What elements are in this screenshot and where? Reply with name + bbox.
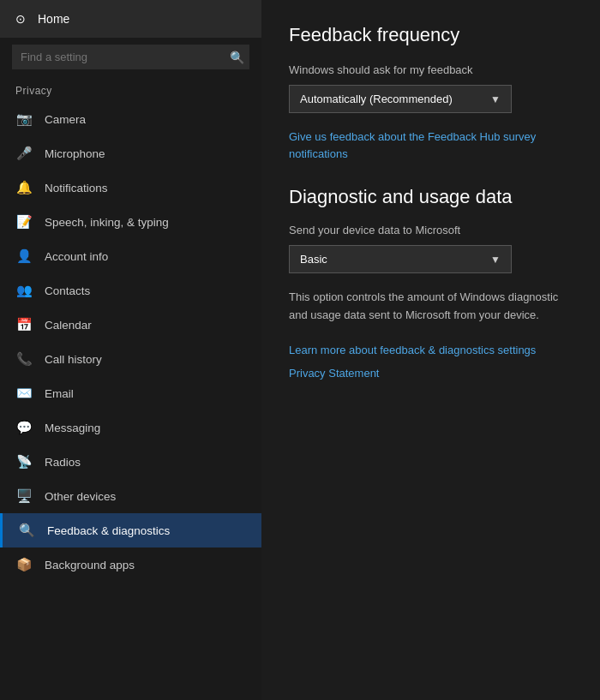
sidebar-item-contacts[interactable]: 👥 Contacts (0, 273, 261, 308)
sidebar-item-label: Messaging (45, 422, 100, 434)
home-label: Home (38, 12, 69, 26)
call-history-icon: 📞 (15, 351, 33, 367)
feedback-frequency-title: Feedback frequency (289, 24, 573, 46)
sidebar-item-label: Microphone (45, 147, 105, 160)
sidebar-item-other-devices[interactable]: 🖥️ Other devices (0, 479, 261, 513)
radios-icon: 📡 (15, 454, 33, 470)
chevron-down-icon: ▼ (490, 254, 501, 266)
sidebar-item-label: Feedback & diagnostics (47, 524, 170, 537)
send-data-label: Send your device data to Microsoft (289, 224, 573, 236)
camera-icon: 📷 (15, 111, 33, 127)
sidebar-item-label: Other devices (45, 490, 116, 503)
search-container: 🔍 (0, 38, 261, 76)
feedback-frequency-dropdown[interactable]: Automatically (Recommended) ▼ (289, 85, 512, 113)
sidebar-item-account-info[interactable]: 👤 Account info (0, 239, 261, 273)
sidebar-item-label: Contacts (45, 284, 90, 297)
sidebar-item-radios[interactable]: 📡 Radios (0, 445, 261, 479)
home-icon: ⊙ (15, 12, 26, 26)
sidebar-item-notifications[interactable]: 🔔 Notifications (0, 171, 261, 205)
sidebar-item-microphone[interactable]: 🎤 Microphone (0, 136, 261, 171)
diagnostic-description: This option controls the amount of Windo… (289, 289, 573, 325)
chevron-down-icon: ▼ (490, 93, 501, 105)
learn-more-link[interactable]: Learn more about feedback & diagnostics … (289, 344, 573, 356)
other-devices-icon: 🖥️ (15, 488, 33, 504)
speech-icon: 📝 (15, 214, 33, 230)
calendar-icon: 📅 (15, 317, 33, 332)
diagnostic-title: Diagnostic and usage data (289, 186, 573, 208)
diagnostic-data-value: Basic (300, 253, 327, 266)
contacts-icon: 👥 (15, 283, 33, 298)
sidebar-item-label: Background apps (45, 559, 135, 571)
sidebar-item-label: Email (45, 387, 74, 400)
feedback-icon: 🔍 (18, 523, 35, 538)
sidebar-item-speech[interactable]: 📝 Speech, inking, & typing (0, 205, 261, 239)
account-icon: 👤 (15, 248, 33, 264)
sidebar-item-label: Notifications (45, 182, 108, 194)
sidebar-item-camera[interactable]: 📷 Camera (0, 102, 261, 136)
sidebar-item-feedback-diagnostics[interactable]: 🔍 Feedback & diagnostics (0, 513, 261, 547)
sidebar-item-label: Account info (45, 250, 108, 263)
search-icon[interactable]: 🔍 (230, 51, 244, 64)
main-content: Feedback frequency Windows should ask fo… (261, 0, 600, 700)
feedback-frequency-value: Automatically (Recommended) (300, 93, 453, 105)
feedback-hub-link[interactable]: Give us feedback about the Feedback Hub … (289, 129, 573, 162)
sidebar-item-label: Calendar (45, 319, 92, 332)
sidebar-item-label: Call history (45, 353, 102, 366)
notifications-icon: 🔔 (15, 180, 33, 195)
sidebar-item-background-apps[interactable]: 📦 Background apps (0, 547, 261, 582)
sidebar: ⊙ Home 🔍 Privacy 📷 Camera 🎤 Microphone 🔔… (0, 0, 261, 700)
background-apps-icon: 📦 (15, 557, 33, 572)
sidebar-item-messaging[interactable]: 💬 Messaging (0, 410, 261, 445)
windows-ask-label: Windows should ask for my feedback (289, 63, 573, 76)
microphone-icon: 🎤 (15, 146, 33, 161)
messaging-icon: 💬 (15, 420, 33, 435)
sidebar-item-call-history[interactable]: 📞 Call history (0, 342, 261, 376)
privacy-statement-link[interactable]: Privacy Statement (289, 367, 573, 380)
diagnostic-data-dropdown[interactable]: Basic ▼ (289, 245, 512, 273)
sidebar-item-label: Camera (45, 113, 86, 126)
sidebar-item-calendar[interactable]: 📅 Calendar (0, 308, 261, 342)
sidebar-item-email[interactable]: ✉️ Email (0, 376, 261, 410)
sidebar-item-home[interactable]: ⊙ Home (0, 0, 261, 38)
search-input[interactable] (12, 45, 249, 69)
email-icon: ✉️ (15, 386, 33, 401)
privacy-section-label: Privacy (0, 76, 261, 102)
sidebar-item-label: Radios (45, 456, 81, 469)
sidebar-item-label: Speech, inking, & typing (45, 216, 169, 229)
